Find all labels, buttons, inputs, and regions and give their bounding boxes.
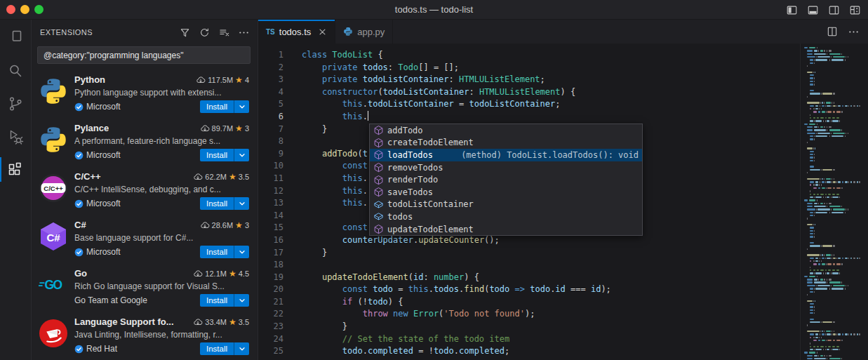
- python-file-icon: [343, 27, 353, 36]
- extension-list-item[interactable]: Pylance89.7M★3A performant, feature-rich…: [32, 116, 258, 165]
- line-text: private todos: Todo[] = [];: [283, 62, 459, 74]
- suggest-item-createTodoElement[interactable]: createTodoElement: [370, 137, 642, 149]
- method-symbol-icon: [373, 224, 384, 234]
- extensions-search-input[interactable]: @category:"programming languages": [37, 46, 251, 64]
- install-button[interactable]: Install: [200, 342, 234, 355]
- activity-item-extensions[interactable]: [0, 153, 31, 186]
- code-line[interactable]: 17 }: [258, 247, 800, 260]
- toggle-primary-sidebar-icon[interactable]: [786, 4, 798, 16]
- star-icon: ★: [229, 319, 236, 326]
- activity-item-search[interactable]: [0, 54, 31, 87]
- line-text: class TodoList {: [283, 49, 383, 62]
- code-line[interactable]: 21 if (!todo) {: [258, 296, 800, 309]
- install-button-group: Install: [200, 246, 249, 258]
- publisher-name: Red Hat: [86, 344, 117, 354]
- extension-list-item[interactable]: Language Support fo...33.4M★3.5Java Lint…: [32, 310, 258, 359]
- sidebar-header: EXTENSIONS: [32, 20, 258, 45]
- code-line[interactable]: 18: [258, 259, 800, 272]
- suggest-item-updateTodoElement[interactable]: updateTodoElement: [370, 223, 642, 236]
- install-button[interactable]: Install: [200, 246, 234, 258]
- install-button[interactable]: Install: [200, 294, 234, 307]
- download-count: 89.7M: [212, 124, 234, 133]
- extension-list-item[interactable]: GOGo12.1M★4.5Rich Go language support fo…: [32, 262, 258, 310]
- suggest-item-loadTodos[interactable]: loadTodos(method) TodoList.loadTodos(): …: [370, 149, 642, 161]
- extension-list-item[interactable]: C#C#28.6M★3Base language support for C#.…: [32, 213, 258, 262]
- toggle-secondary-sidebar-icon[interactable]: [828, 4, 840, 16]
- editor-group: TStodos.tsapp.py 1class TodoList {2 priv…: [258, 20, 868, 360]
- code-editor[interactable]: 1class TodoList {2 private todos: Todo[]…: [258, 44, 868, 360]
- code-line[interactable]: 19 updateTodoElement(id: number) {: [258, 272, 800, 284]
- suggest-item-addTodo[interactable]: addTodo: [370, 124, 642, 137]
- suggest-item-todos[interactable]: todos: [370, 211, 642, 223]
- title-bar: todos.ts — todo-list: [0, 0, 868, 20]
- install-dropdown-button[interactable]: [234, 294, 249, 307]
- download-count-icon: [200, 220, 210, 230]
- code-line[interactable]: 25 todo.completed = !todo.completed;: [258, 345, 800, 358]
- extensions-sidebar: EXTENSIONS @category:"programming langua…: [32, 20, 258, 360]
- code-line[interactable]: 4 constructor(todoListContainer: HTMLULi…: [258, 86, 800, 99]
- install-button[interactable]: Install: [200, 100, 234, 113]
- tab-app.py[interactable]: app.py: [335, 20, 393, 44]
- code-line[interactable]: 16 counterUpdater.updateCounter();: [258, 234, 800, 247]
- editor-more-actions-icon[interactable]: [848, 27, 859, 37]
- suggest-widget: addTodocreateTodoElementloadTodos(method…: [369, 124, 643, 236]
- line-number: 14: [258, 210, 283, 222]
- clear-search-results-icon[interactable]: [219, 27, 229, 38]
- maximize-window-button[interactable]: [34, 5, 44, 14]
- line-number: 9: [258, 148, 283, 161]
- install-dropdown-button[interactable]: [234, 246, 249, 258]
- chevron-down-icon: [238, 102, 246, 111]
- tab-todos.ts[interactable]: TStodos.ts: [258, 20, 335, 44]
- line-text: [283, 210, 302, 222]
- code-line[interactable]: 23 }: [258, 321, 800, 333]
- code-line[interactable]: 1class TodoList {: [258, 49, 800, 62]
- suggest-item-todoListContainer[interactable]: todoListContainer: [370, 199, 642, 211]
- sidebar-header-actions: [180, 27, 249, 38]
- split-editor-icon[interactable]: [827, 26, 838, 37]
- install-button[interactable]: Install: [200, 149, 234, 161]
- activity-item-run-debug[interactable]: [0, 120, 31, 153]
- more-actions-icon[interactable]: [239, 27, 249, 38]
- install-dropdown-button[interactable]: [234, 100, 249, 113]
- install-button-group: Install: [200, 342, 249, 355]
- star-icon: ★: [235, 125, 243, 132]
- filter-icon[interactable]: [180, 27, 190, 38]
- toggle-panel-icon[interactable]: [807, 4, 819, 16]
- suggest-item-saveTodos[interactable]: saveTodos: [370, 186, 642, 199]
- publisher-name: Microsoft: [86, 150, 121, 160]
- close-tab-icon[interactable]: [318, 27, 327, 36]
- java-logo-icon: [39, 319, 68, 348]
- extension-list-item[interactable]: Python117.5M★4Python language support wi…: [32, 68, 258, 116]
- activity-item-explorer[interactable]: [0, 21, 31, 54]
- install-dropdown-button[interactable]: [234, 342, 249, 355]
- line-number: 1: [258, 49, 283, 62]
- code-line[interactable]: 24 // Set the state of the todo item: [258, 333, 800, 346]
- install-button[interactable]: Install: [200, 197, 234, 210]
- refresh-icon[interactable]: [199, 27, 210, 38]
- minimize-window-button[interactable]: [20, 5, 29, 14]
- line-number: 18: [258, 259, 283, 272]
- extension-list-item[interactable]: C/C++C/C++62.2M★3.5C/C++ IntelliSense, d…: [32, 165, 258, 213]
- minimap[interactable]: [800, 44, 868, 360]
- window-title: todos.ts — todo-list: [0, 4, 868, 15]
- code-line[interactable]: 3 private todoListContainer: HTMLUListEl…: [258, 74, 800, 86]
- code-line[interactable]: 6 this.: [258, 111, 800, 124]
- code-line[interactable]: 5 this.todoListContainer = todoListConta…: [258, 98, 800, 111]
- code-line[interactable]: 20 const todo = this.todos.find(todo => …: [258, 284, 800, 296]
- publisher-name: Microsoft: [86, 102, 121, 112]
- suggest-item-removeTodos[interactable]: removeTodos: [370, 161, 642, 174]
- line-number: 5: [258, 98, 283, 111]
- activity-item-source-control[interactable]: [0, 87, 31, 120]
- code-line[interactable]: 22 throw new Error('Todo not found');: [258, 308, 800, 321]
- close-window-button[interactable]: [6, 5, 15, 14]
- field-symbol-icon: [373, 211, 384, 222]
- line-number: 4: [258, 86, 283, 99]
- line-text: counterUpdater.updateCounter();: [283, 234, 500, 247]
- suggest-item-renderTodo[interactable]: renderTodo: [370, 173, 642, 186]
- customize-layout-icon[interactable]: [849, 4, 861, 16]
- install-dropdown-button[interactable]: [234, 197, 249, 210]
- rating: 3: [245, 124, 249, 133]
- code-line[interactable]: 2 private todos: Todo[] = [];: [258, 62, 800, 74]
- line-number: 20: [258, 284, 283, 296]
- install-dropdown-button[interactable]: [234, 149, 249, 161]
